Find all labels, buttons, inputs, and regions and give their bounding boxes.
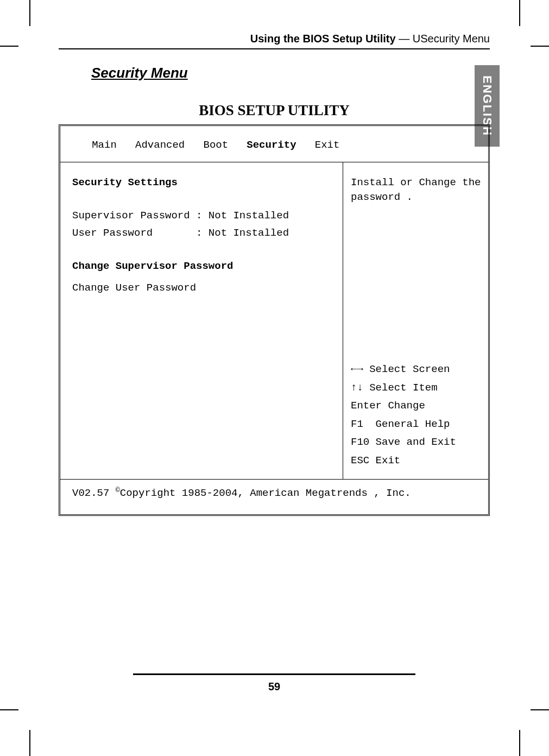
- security-settings-heading: Security Settings: [72, 175, 334, 191]
- crop-mark: [519, 730, 520, 756]
- change-user-password: Change User Password: [72, 281, 334, 296]
- bios-footer: V02.57 ©Copyright 1985-2004, American Me…: [60, 479, 488, 514]
- bios-menubar: Main Advanced Boot Security Exit: [60, 126, 488, 162]
- crop-mark: [29, 730, 30, 756]
- crop-mark: [531, 709, 549, 710]
- footer-rule: [133, 673, 415, 675]
- bios-copyright: Copyright 1985-2004, American Megatrends…: [120, 488, 411, 500]
- key-esc: ESC Exit: [351, 453, 484, 469]
- item-help-text: Install or Change the password .: [351, 175, 484, 205]
- running-head: Using the BIOS Setup Utility — USecurity…: [59, 33, 490, 49]
- page-content: Using the BIOS Setup Utility — USecurity…: [59, 33, 490, 516]
- menu-exit: Exit: [315, 139, 340, 151]
- bios-body: Security Settings Supervisor Password : …: [60, 162, 488, 480]
- key-f10: F10 Save and Exit: [351, 435, 484, 450]
- bios-box: Main Advanced Boot Security Exit Securit…: [59, 124, 490, 516]
- key-help: ←→ Select Screen ↑↓ Select Item Enter Ch…: [351, 362, 484, 471]
- change-supervisor-password: Change Supervisor Password: [72, 259, 334, 274]
- menu-security: Security: [247, 139, 296, 151]
- menu-boot: Boot: [203, 139, 228, 151]
- key-enter: Enter Change: [351, 399, 484, 414]
- key-f1: F1 General Help: [351, 417, 484, 432]
- bios-title: BIOS SETUP UTILITY: [59, 102, 490, 119]
- running-head-sep: —: [396, 33, 413, 45]
- bios-right-pane: Install or Change the password . ←→ Sele…: [343, 162, 488, 480]
- crop-mark: [0, 46, 18, 47]
- page-number: 59: [59, 681, 490, 693]
- key-select-item: ↑↓ Select Item: [351, 381, 484, 396]
- crop-mark: [0, 709, 18, 710]
- crop-mark: [531, 46, 549, 47]
- crop-mark: [519, 0, 520, 26]
- page-footer: 59: [59, 673, 490, 693]
- user-password-row: User Password : Not Installed: [72, 226, 334, 241]
- menu-main: Main: [92, 139, 117, 151]
- copyright-symbol: ©: [116, 486, 120, 494]
- running-head-strong: Using the BIOS Setup Utility: [250, 33, 396, 45]
- menu-advanced: Advanced: [135, 139, 185, 151]
- bios-version: V02.57: [72, 488, 116, 500]
- running-head-suffix: USecurity Menu: [413, 33, 490, 45]
- supervisor-password-row: Supervisor Password : Not Installed: [72, 209, 334, 224]
- crop-mark: [29, 0, 30, 26]
- key-select-screen: ←→ Select Screen: [351, 362, 484, 377]
- bios-left-pane: Security Settings Supervisor Password : …: [60, 162, 343, 480]
- section-title: Security Menu: [91, 65, 490, 81]
